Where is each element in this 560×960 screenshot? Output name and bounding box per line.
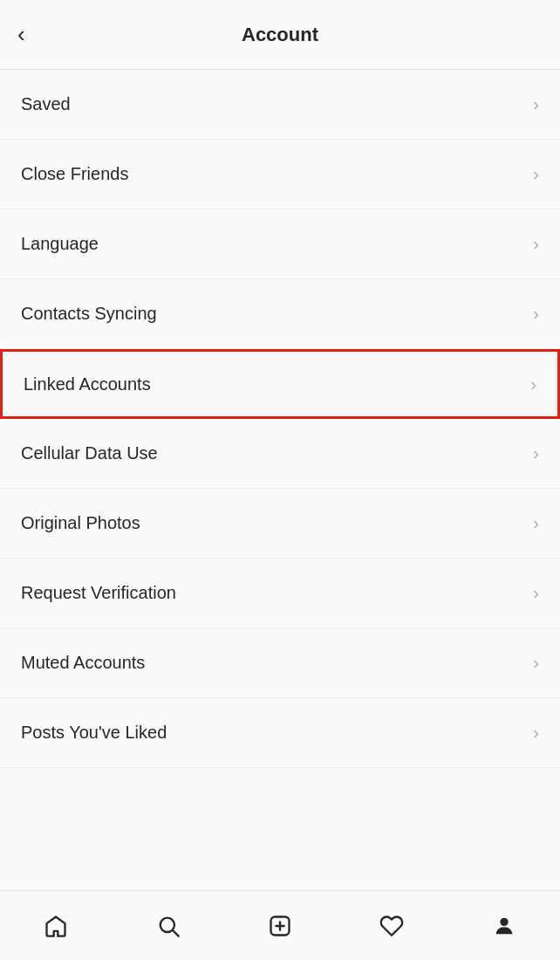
menu-item-label-original-photos: Original Photos [21,513,140,533]
menu-item-language[interactable]: Language› [0,209,560,279]
menu-item-posts-liked[interactable]: Posts You've Liked› [0,698,560,768]
menu-item-label-request-verification: Request Verification [21,583,176,603]
menu-item-label-close-friends: Close Friends [21,164,128,184]
menu-item-label-linked-accounts: Linked Accounts [24,374,151,394]
svg-point-5 [500,917,508,925]
menu-item-label-contacts-syncing: Contacts Syncing [21,304,157,324]
chevron-icon-language: › [533,234,539,254]
chevron-icon-cellular-data-use: › [533,443,539,463]
nav-home[interactable] [34,904,78,948]
menu-item-label-saved: Saved [21,94,71,114]
menu-item-contacts-syncing[interactable]: Contacts Syncing› [0,279,560,349]
menu-item-saved[interactable]: Saved› [0,70,560,140]
nav-add[interactable] [258,904,302,948]
home-icon [44,914,68,938]
profile-icon [492,914,516,938]
nav-activity[interactable] [370,904,413,948]
page-title: Account [242,24,318,46]
menu-item-request-verification[interactable]: Request Verification› [0,559,560,628]
svg-line-1 [173,930,178,936]
chevron-icon-close-friends: › [533,164,539,184]
chevron-icon-posts-liked: › [533,723,539,743]
menu-item-muted-accounts[interactable]: Muted Accounts› [0,628,560,698]
menu-item-label-posts-liked: Posts You've Liked [21,723,167,743]
chevron-icon-contacts-syncing: › [533,304,539,324]
search-icon [156,914,181,938]
chevron-icon-linked-accounts: › [530,374,536,394]
bottom-nav [0,890,560,960]
nav-search[interactable] [147,904,190,948]
menu-item-label-cellular-data-use: Cellular Data Use [21,443,158,463]
add-icon [268,914,292,938]
menu-item-label-language: Language [21,234,99,254]
menu-item-linked-accounts[interactable]: Linked Accounts› [0,349,560,419]
menu-item-label-muted-accounts: Muted Accounts [21,653,145,673]
header: ‹ Account [0,0,560,70]
chevron-icon-muted-accounts: › [533,653,539,673]
menu-item-original-photos[interactable]: Original Photos› [0,489,560,559]
chevron-icon-saved: › [533,94,539,114]
menu-item-close-friends[interactable]: Close Friends› [0,140,560,209]
nav-profile[interactable] [482,904,526,948]
back-button[interactable]: ‹ [17,21,25,48]
menu-list: Saved›Close Friends›Language›Contacts Sy… [0,70,560,890]
menu-item-cellular-data-use[interactable]: Cellular Data Use› [0,419,560,489]
chevron-icon-request-verification: › [533,583,539,603]
chevron-icon-original-photos: › [533,513,539,533]
heart-icon [379,914,404,938]
